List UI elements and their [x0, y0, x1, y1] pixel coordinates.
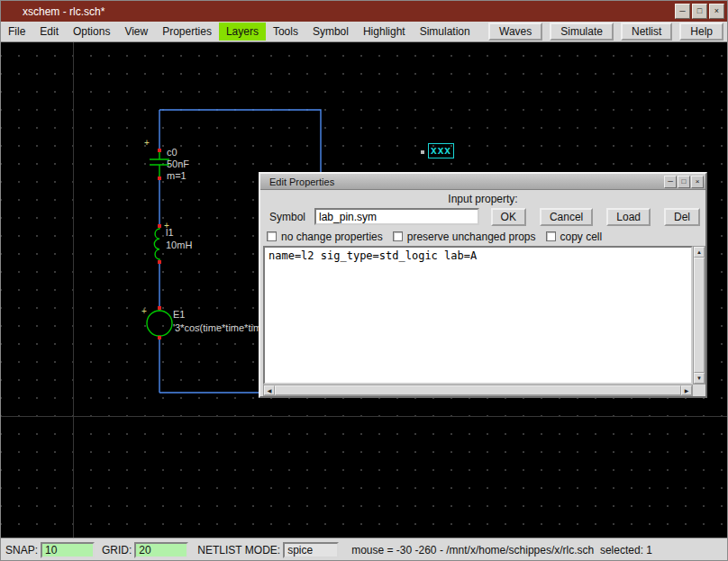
menu-simulation[interactable]: Simulation — [413, 23, 478, 41]
source-name-label[interactable]: E1 — [173, 309, 185, 320]
copy-cell-checkbox[interactable] — [546, 231, 556, 241]
dialog-maximize-button[interactable]: □ — [678, 176, 690, 188]
menubar: File Edit Options View Properties Layers… — [1, 22, 727, 42]
cancel-button[interactable]: Cancel — [540, 208, 593, 226]
maximize-button[interactable]: □ — [692, 4, 707, 19]
ok-button[interactable]: OK — [491, 208, 526, 226]
close-button[interactable]: × — [709, 4, 724, 19]
capacitor-plus-marker: + — [144, 138, 150, 148]
symbol-row: Symbol OK Cancel Load Del — [269, 207, 700, 226]
grid-field[interactable]: 20 — [134, 542, 188, 558]
dialog-titlebar[interactable]: Edit Properties ─ □ × — [260, 174, 705, 190]
window-title: xschem - rlc.sch* — [23, 5, 105, 18]
netlist-button[interactable]: Netlist — [621, 23, 672, 41]
mouse-status-text: mouse = -30 -260 - /mnt/x/home/schippes/… — [351, 544, 652, 556]
checkbox-row: no change properties preserve unchanged … — [267, 231, 700, 242]
xschem-window: xschem - rlc.sch* ─ □ × File Edit Option… — [0, 0, 728, 561]
horizontal-scrollbar[interactable]: ◀ ▶ — [263, 385, 693, 396]
capacitor-param-label[interactable]: m=1 — [167, 170, 187, 181]
scroll-up-icon[interactable]: ▲ — [694, 247, 705, 258]
menu-file[interactable]: File — [1, 23, 32, 41]
menu-symbol[interactable]: Symbol — [305, 23, 356, 41]
input-property-label: Input property: — [260, 193, 705, 205]
waves-button[interactable]: Waves — [488, 23, 542, 41]
voltage-source-symbol[interactable] — [147, 308, 172, 338]
load-button[interactable]: Load — [606, 208, 651, 226]
grid-label: GRID: — [102, 544, 132, 556]
dialog-minimize-button[interactable]: ─ — [664, 176, 677, 188]
window-controls: ─ □ × — [675, 4, 724, 19]
statusbar: SNAP: 10 GRID: 20 NETLIST MODE: spice mo… — [1, 538, 727, 561]
capacitor-value-label[interactable]: 50nF — [167, 158, 189, 169]
capacitor-name-label[interactable]: c0 — [167, 147, 177, 158]
copy-cell-label: copy cell — [560, 231, 603, 243]
simulate-button[interactable]: Simulate — [550, 23, 614, 41]
window-titlebar[interactable]: xschem - rlc.sch* ─ □ × — [1, 1, 727, 22]
help-button[interactable]: Help — [679, 23, 723, 41]
minimize-button[interactable]: ─ — [675, 4, 690, 19]
preserve-unchanged-props-label: preserve unchanged props — [407, 231, 536, 243]
symbol-input[interactable] — [314, 208, 479, 225]
source-value-label[interactable]: '3*cos(time*time*time* — [173, 322, 270, 333]
preserve-unchanged-props-option: preserve unchanged props — [393, 231, 536, 243]
dialog-controls: ─ □ × — [664, 176, 704, 188]
symbol-label: Symbol — [269, 211, 305, 223]
menu-options[interactable]: Options — [66, 23, 117, 41]
snap-label: SNAP: — [5, 544, 38, 556]
inductor-plus-marker: + — [164, 221, 169, 231]
dialog-close-button[interactable]: × — [691, 176, 704, 188]
menu-layers[interactable]: Layers — [219, 23, 266, 41]
horizontal-scrollbar-thumb[interactable] — [275, 385, 681, 395]
menu-edit[interactable]: Edit — [32, 23, 66, 41]
inductor-value-label[interactable]: 10mH — [166, 240, 192, 250]
no-change-properties-checkbox[interactable] — [267, 231, 277, 241]
no-change-properties-option: no change properties — [267, 231, 383, 243]
menu-tools[interactable]: Tools — [266, 23, 305, 41]
vertical-scrollbar[interactable]: ▲ ▼ — [693, 246, 705, 385]
menu-properties[interactable]: Properties — [155, 23, 219, 41]
menu-view[interactable]: View — [117, 23, 155, 41]
menubar-buttons: Waves Simulate Netlist Help — [488, 23, 727, 41]
vertical-scrollbar-thumb[interactable] — [694, 258, 705, 373]
scroll-down-icon[interactable]: ▼ — [694, 373, 705, 384]
netlist-mode-label: NETLIST MODE: — [197, 544, 280, 556]
source-plus-marker: + — [141, 306, 147, 316]
scroll-right-icon[interactable]: ▶ — [681, 385, 692, 395]
dialog-title: Edit Properties — [269, 176, 334, 187]
menu-highlight[interactable]: Highlight — [356, 23, 413, 41]
scroll-left-icon[interactable]: ◀ — [264, 385, 275, 395]
pin-connection-dot — [421, 150, 424, 154]
inductor-symbol[interactable] — [154, 226, 159, 262]
copy-cell-option: copy cell — [546, 231, 603, 243]
selected-pin-label[interactable]: xxx — [428, 143, 454, 158]
netlist-mode-field[interactable]: spice — [283, 542, 339, 558]
del-button[interactable]: Del — [664, 208, 700, 226]
property-textarea[interactable]: name=l2 sig_type=std_logic lab=A — [263, 246, 693, 385]
preserve-unchanged-props-checkbox[interactable] — [393, 231, 403, 241]
edit-properties-dialog: Edit Properties ─ □ × Input property: Sy… — [259, 172, 707, 398]
no-change-properties-label: no change properties — [281, 231, 383, 243]
snap-field[interactable]: 10 — [41, 542, 95, 558]
